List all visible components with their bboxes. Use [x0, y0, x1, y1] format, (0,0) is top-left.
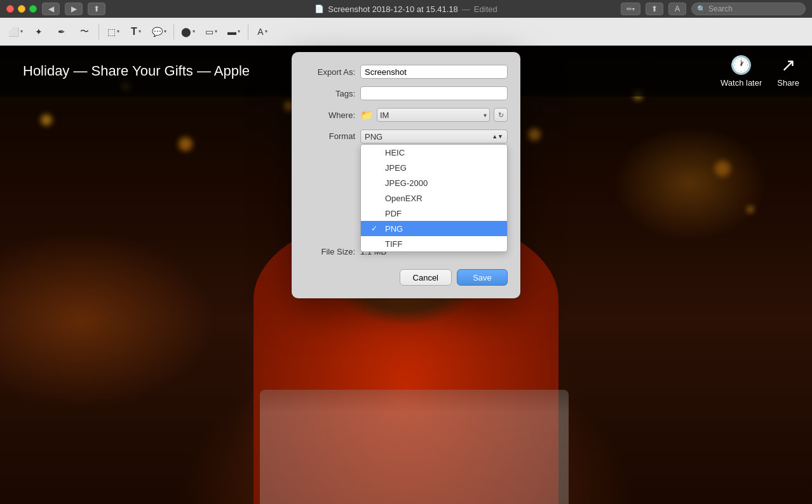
font-button[interactable]: A	[668, 3, 686, 15]
format-selected-value: PNG	[365, 132, 382, 142]
minimize-button[interactable]	[18, 5, 25, 13]
toolbar-separator-2	[173, 24, 174, 39]
checkmark-png: ✓	[371, 224, 381, 233]
share-button[interactable]: ⬆	[646, 3, 663, 15]
format-jpeg2000-label: JPEG-2000	[385, 178, 428, 188]
where-row: Where: 📁 IM ▾ ↻	[292, 108, 520, 122]
where-select[interactable]: IM ▾	[377, 108, 490, 122]
curve-icon: 〜	[80, 26, 89, 37]
text-icon: T	[131, 26, 137, 37]
pen-mode-button[interactable]: ✏ ▾	[621, 3, 640, 15]
fill-icon: ▬	[227, 27, 236, 37]
border-tool-button[interactable]: ▭ ▾	[201, 22, 221, 42]
where-label: Where:	[304, 110, 355, 120]
tags-label: Tags:	[304, 89, 355, 98]
tags-row: Tags:	[292, 86, 520, 100]
pen-tool-button[interactable]: ✒	[51, 22, 72, 42]
filesize-label: File Size:	[304, 247, 355, 256]
export-dialog: Export As: Tags: Where: 📁 IM ▾ ↻	[292, 52, 520, 298]
curve-tool-button[interactable]: 〜	[74, 22, 95, 42]
dialog-overlay: Export As: Tags: Where: 📁 IM ▾ ↻	[0, 46, 812, 504]
refresh-icon: ↻	[498, 111, 504, 119]
tags-input[interactable]	[360, 86, 508, 100]
format-option-pdf[interactable]: PDF	[361, 206, 507, 221]
speech-icon: 💬	[152, 27, 163, 37]
selection-arrow-icon: ▾	[20, 29, 23, 34]
export-as-row: Export As:	[292, 65, 520, 79]
folder-icon: 📁	[360, 109, 373, 121]
selection-tool-button[interactable]: ⬜ ▾	[5, 22, 26, 42]
where-refresh-button[interactable]: ↻	[494, 108, 508, 122]
format-option-jpeg[interactable]: JPEG	[361, 160, 507, 175]
window-title: Screenshot 2018-12-10 at 15.41.18	[328, 4, 458, 14]
color-adjust-icon: ⬤	[181, 27, 191, 37]
font-icon: A	[257, 27, 263, 37]
pen-icon: ✏	[626, 5, 632, 13]
search-bar[interactable]: 🔍 Search	[691, 3, 806, 15]
speech-arrow-icon: ▾	[164, 29, 166, 34]
pen-arrow: ▾	[632, 6, 635, 12]
alpha-tool-button[interactable]: ✦	[29, 22, 49, 42]
format-pdf-label: PDF	[385, 209, 402, 218]
maximize-button[interactable]	[29, 5, 37, 13]
pen-draw-icon: ✒	[58, 27, 65, 37]
fill-arrow-icon: ▾	[238, 29, 240, 34]
export-as-input[interactable]	[360, 65, 508, 79]
where-chevron-icon: ▾	[484, 112, 487, 119]
font-arrow-icon: ▾	[265, 29, 267, 34]
edited-separator: —	[462, 4, 470, 14]
format-jpeg-label: JPEG	[385, 163, 407, 173]
format-option-openexr[interactable]: OpenEXR	[361, 190, 507, 206]
format-select-button[interactable]: PNG ▲▼	[360, 129, 508, 143]
dialog-buttons: Cancel Save	[292, 269, 520, 286]
nav-back-button[interactable]: ◀	[42, 3, 60, 15]
format-heic-label: HEIC	[385, 148, 405, 157]
format-option-jpeg2000[interactable]: JPEG-2000	[361, 175, 507, 190]
share-toolbar-button[interactable]: ⬆	[88, 3, 105, 15]
format-option-png[interactable]: ✓ PNG	[361, 221, 507, 236]
format-arrow-icon: ▲▼	[492, 133, 503, 140]
shape-arrow-icon: ▾	[117, 29, 119, 34]
search-icon: 🔍	[697, 5, 706, 13]
format-dropdown: HEIC JPEG JPEG-2000 OpenEXR	[360, 144, 508, 252]
format-option-tiff[interactable]: TIFF	[361, 236, 507, 251]
format-tiff-label: TIFF	[385, 239, 402, 249]
speech-tool-button[interactable]: 💬 ▾	[149, 22, 170, 42]
format-row: Format PNG ▲▼ HEIC JPEG	[292, 129, 520, 143]
shape-icon: ⬚	[107, 27, 116, 37]
font-tool-button[interactable]: A ▾	[252, 22, 273, 42]
selection-icon: ⬜	[8, 27, 19, 37]
where-control: 📁 IM ▾ ↻	[360, 108, 508, 122]
border-arrow-icon: ▾	[215, 29, 217, 34]
edited-label: Edited	[474, 4, 497, 14]
search-placeholder: Search	[708, 4, 733, 13]
text-tool-button[interactable]: T ▾	[126, 22, 146, 42]
format-option-heic[interactable]: HEIC	[361, 145, 507, 160]
fill-tool-button[interactable]: ▬ ▾	[224, 22, 244, 42]
where-value: IM	[380, 110, 481, 120]
toolbar-separator-3	[248, 24, 248, 39]
color-adjust-button[interactable]: ⬤ ▾	[178, 22, 198, 42]
close-button[interactable]	[6, 5, 14, 13]
toolbar-separator-1	[98, 24, 99, 39]
titlebar-center: 📄 Screenshot 2018-12-10 at 15.41.18 — Ed…	[315, 4, 497, 14]
titlebar-right: ✏ ▾ ⬆ A 🔍 Search	[621, 3, 806, 15]
format-label: Format	[304, 129, 355, 141]
shape-tool-button[interactable]: ⬚ ▾	[103, 22, 123, 42]
save-button[interactable]: Save	[457, 269, 508, 286]
cancel-button[interactable]: Cancel	[400, 269, 452, 286]
titlebar-left: ◀ ▶ ⬆	[6, 3, 105, 15]
traffic-lights	[6, 5, 37, 13]
nav-forward-button[interactable]: ▶	[65, 3, 83, 15]
border-icon: ▭	[205, 27, 213, 37]
toolbar: ⬜ ▾ ✦ ✒ 〜 ⬚ ▾ T ▾ 💬 ▾ ⬤ ▾ ▭ ▾ ▬ ▾ A ▾	[0, 18, 812, 46]
titlebar: ◀ ▶ ⬆ 📄 Screenshot 2018-12-10 at 15.41.1…	[0, 0, 812, 18]
alpha-icon: ✦	[35, 27, 43, 37]
text-arrow-icon: ▾	[139, 29, 141, 34]
color-arrow-icon: ▾	[193, 29, 195, 34]
doc-icon: 📄	[315, 4, 324, 13]
export-as-label: Export As:	[304, 67, 355, 77]
format-png-label: PNG	[385, 224, 403, 234]
format-openexr-label: OpenEXR	[385, 194, 423, 203]
format-select-wrapper: PNG ▲▼ HEIC JPEG JPEG-2000	[360, 129, 508, 143]
